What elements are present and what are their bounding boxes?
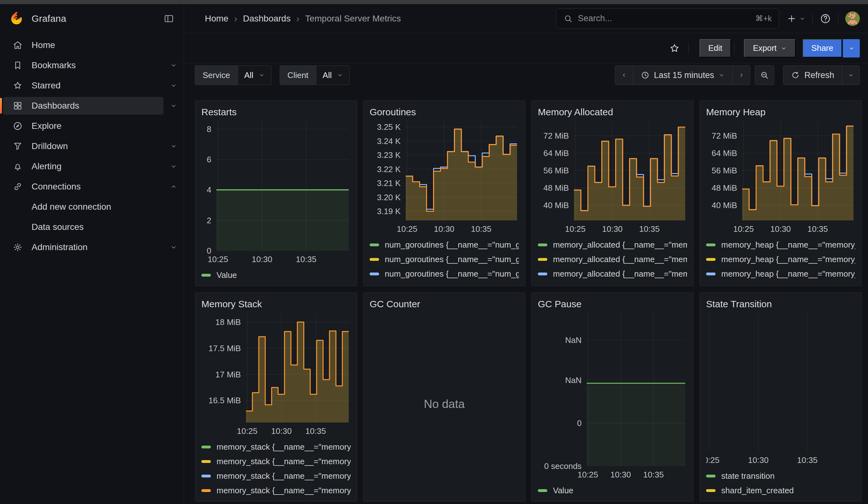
restarts-chart[interactable]: 0246810:2510:3010:35: [202, 119, 351, 265]
legend-item[interactable]: Value: [202, 268, 351, 282]
svg-text:48 MiB: 48 MiB: [543, 183, 569, 193]
legend-item[interactable]: memory_stack {__name__="memory_s: [202, 454, 351, 469]
sidebar-item-label: Data sources: [32, 222, 84, 232]
sidebar-expand-connections[interactable]: [164, 183, 184, 190]
help-icon[interactable]: [820, 13, 831, 24]
time-shift-back-button[interactable]: [615, 66, 633, 85]
legend-item[interactable]: memory_stack {__name__="memory_s: [202, 483, 351, 498]
legend-item[interactable]: num_goroutines {__name__="num_go: [370, 237, 519, 252]
panel-title[interactable]: Restarts: [202, 105, 351, 119]
svg-text:72 MiB: 72 MiB: [543, 131, 569, 141]
svg-text:10:25: 10:25: [733, 224, 754, 234]
legend-item[interactable]: num_goroutines {__name__="num_go: [370, 252, 519, 267]
legend-item[interactable]: memory_heap {__name__="memory_h: [706, 252, 855, 267]
legend-item[interactable]: state transition: [706, 469, 855, 483]
refresh-interval-button[interactable]: [842, 66, 859, 85]
sidebar-item-explore[interactable]: Explore: [3, 117, 184, 135]
sidebar-row-home: Home: [0, 35, 184, 55]
legend-swatch: [706, 244, 715, 246]
goroutines-chart[interactable]: 3.19 K3.20 K3.21 K3.22 K3.23 K3.24 K3.25…: [370, 119, 519, 235]
panel-title[interactable]: GC Pause: [538, 298, 687, 311]
legend-item[interactable]: Value: [538, 483, 687, 498]
legend-swatch: [370, 244, 379, 246]
legend-item[interactable]: memory_stack {__name__="memory_s: [202, 469, 351, 483]
legend-item[interactable]: shard_item_created: [706, 483, 855, 498]
edit-button[interactable]: Edit: [700, 39, 731, 58]
time-shift-forward-button[interactable]: [732, 66, 750, 85]
legend-item[interactable]: memory_stack {__name__="memory_s: [202, 440, 351, 454]
sidebar-item-alerting[interactable]: Alerting: [3, 157, 164, 175]
legend-item[interactable]: memory_allocated {__name__="memo: [538, 252, 687, 267]
user-avatar[interactable]: [845, 11, 860, 26]
legend-item[interactable]: memory_allocated {__name__="memo: [538, 281, 687, 282]
legend-swatch: [370, 258, 379, 261]
memory-allocated-chart[interactable]: 40 MiB48 MiB56 MiB64 MiB72 MiB10:2510:30…: [538, 119, 687, 235]
sidebar-row-explore: Explore: [0, 116, 184, 136]
sidebar-expand-drilldown[interactable]: [164, 143, 184, 150]
sidebar-item-home[interactable]: Home: [3, 36, 184, 54]
sidebar-item-label: Bookmarks: [32, 60, 76, 70]
sidebar-expand-alerting[interactable]: [164, 163, 184, 170]
share-button[interactable]: Share: [803, 39, 842, 58]
svg-text:2: 2: [207, 216, 211, 225]
state-transition-chart[interactable]: 10:2510:3010:35: [706, 311, 855, 466]
star-dashboard-icon[interactable]: [669, 43, 680, 54]
sidebar-item-label: Home: [32, 40, 55, 50]
refresh-button[interactable]: Refresh: [783, 66, 842, 85]
zoom-out-button[interactable]: [755, 65, 774, 85]
filter-value-dropdown[interactable]: All: [316, 66, 349, 85]
legend-item[interactable]: memory_heap {__name__="memory_h: [706, 267, 855, 281]
panel-title[interactable]: GC Counter: [370, 298, 519, 311]
export-button[interactable]: Export: [744, 39, 795, 58]
time-range-picker[interactable]: Last 15 minutes: [633, 66, 733, 85]
panel-viz: 40 MiB48 MiB56 MiB64 MiB72 MiB10:2510:30…: [706, 119, 855, 235]
chevron-down-icon: [799, 16, 806, 22]
breadcrumb-item-home[interactable]: Home: [205, 13, 228, 24]
sidebar-item-connections[interactable]: Connections: [3, 178, 164, 195]
compass-icon: [13, 121, 23, 131]
legend-item[interactable]: memory_allocated {__name__="memo: [538, 237, 687, 252]
sidebar-expand-dashboards[interactable]: [164, 102, 184, 109]
panel-title[interactable]: Goroutines: [370, 105, 519, 119]
legend-item[interactable]: memory_heap {__name__="memory_h: [706, 281, 855, 282]
brand-name: Grafana: [32, 13, 66, 24]
legend-item[interactable]: memory_allocated {__name__="memo: [538, 267, 687, 281]
svg-text:17 MiB: 17 MiB: [215, 370, 241, 379]
sidebar-item-bookmarks[interactable]: Bookmarks: [3, 56, 164, 74]
search-input-wrap[interactable]: ⌘+k: [556, 9, 779, 29]
breadcrumb-item-dashboards[interactable]: Dashboards: [243, 13, 291, 24]
sidebar-item-administration[interactable]: Administration: [3, 238, 164, 256]
legend-item[interactable]: memory_heap {__name__="memory_h: [706, 237, 855, 252]
sidebar-item-add-new-connection[interactable]: Add new connection: [3, 198, 184, 216]
dock-sidebar-icon[interactable]: [164, 13, 174, 24]
sidebar-expand-bookmarks[interactable]: [164, 62, 184, 69]
share-menu-button[interactable]: [843, 39, 860, 58]
legend-label: memory_allocated {__name__="memo: [553, 269, 687, 279]
panel-title[interactable]: Memory Heap: [706, 105, 855, 119]
filter-value-dropdown[interactable]: All: [238, 66, 271, 85]
panel-title[interactable]: Memory Stack: [202, 298, 351, 311]
sidebar-row-bookmarks: Bookmarks: [0, 55, 184, 75]
gc-pause-chart[interactable]: 0 seconds0NaNNaN10:2510:3010:35: [538, 311, 687, 481]
svg-text:72 MiB: 72 MiB: [711, 131, 737, 141]
divider: [689, 43, 689, 54]
add-button[interactable]: [787, 13, 806, 24]
sidebar-expand-administration[interactable]: [164, 244, 184, 251]
memory-stack-chart[interactable]: 16.5 MiB17 MiB17.5 MiB18 MiB10:2510:3010…: [202, 311, 351, 437]
svg-text:10:25: 10:25: [397, 224, 417, 234]
sidebar-item-data-sources[interactable]: Data sources: [3, 218, 184, 236]
search-input[interactable]: [578, 13, 755, 23]
memory-heap-chart[interactable]: 40 MiB48 MiB56 MiB64 MiB72 MiB10:2510:30…: [706, 119, 855, 235]
svg-text:8: 8: [207, 124, 211, 134]
legend-item[interactable]: num_goroutines {__name__="num_go: [370, 267, 519, 281]
sidebar-item-dashboards[interactable]: Dashboards: [3, 97, 164, 115]
panel-title[interactable]: Memory Allocated: [538, 105, 687, 119]
panel-title[interactable]: State Transition: [706, 298, 855, 311]
sidebar-expand-starred[interactable]: [164, 82, 184, 89]
svg-text:17.5 MiB: 17.5 MiB: [209, 343, 241, 353]
sidebar-item-drilldown[interactable]: Drilldown: [3, 137, 164, 155]
legend-label: num_goroutines {__name__="num_go: [385, 240, 519, 250]
legend-swatch: [370, 272, 379, 275]
legend-item[interactable]: num_goroutines {__name__="num_go: [370, 281, 519, 282]
sidebar-item-starred[interactable]: Starred: [3, 77, 164, 94]
